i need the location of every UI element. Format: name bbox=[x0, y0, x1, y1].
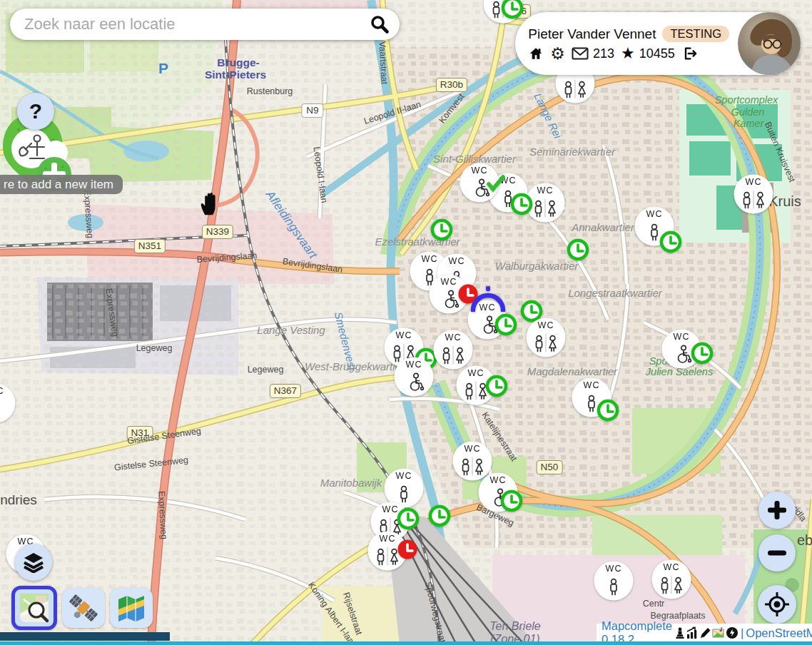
attribution-divider: | bbox=[741, 626, 744, 640]
attribution-icons bbox=[674, 626, 739, 639]
svg-text:WC: WC bbox=[646, 209, 662, 219]
opening-hours-open-badge[interactable] bbox=[499, 489, 524, 513]
opening-hours-open-badge[interactable] bbox=[500, 0, 524, 20]
search-icon[interactable] bbox=[370, 14, 390, 34]
svg-text:WC: WC bbox=[448, 256, 465, 266]
map-canvas[interactable]: Brugge-Sint-PietersPRustenburgVaartstraa… bbox=[0, 0, 812, 645]
map-marker-toilet[interactable]: WC bbox=[0, 382, 16, 424]
minus-icon bbox=[767, 543, 787, 563]
style-osm-button[interactable] bbox=[11, 586, 57, 630]
background-style-picker bbox=[11, 586, 153, 630]
svg-text:WC: WC bbox=[395, 330, 412, 340]
geolocate-button[interactable] bbox=[758, 585, 796, 624]
gear-icon[interactable]: ⚙ bbox=[550, 46, 565, 61]
theme-map-icon[interactable] bbox=[712, 626, 725, 639]
confirmed-check-icon bbox=[484, 173, 506, 194]
map-marker-toilet[interactable]: WC bbox=[525, 317, 567, 358]
svg-text:WC: WC bbox=[663, 562, 679, 572]
satellite-icon bbox=[67, 591, 100, 624]
bottom-accent-bar bbox=[0, 641, 812, 645]
layers-icon bbox=[23, 552, 44, 573]
opening-hours-open-badge[interactable] bbox=[430, 218, 454, 242]
map-marker-toilet-wheelchair[interactable]: WC bbox=[393, 356, 435, 397]
svg-text:WC: WC bbox=[0, 386, 4, 396]
svg-text:WC: WC bbox=[583, 380, 599, 390]
help-button[interactable]: ? bbox=[17, 93, 54, 130]
folded-map-icon bbox=[116, 592, 147, 624]
opening-hours-open-badge[interactable] bbox=[566, 238, 590, 262]
testing-badge: TESTING bbox=[662, 26, 729, 42]
zoom-out-button[interactable] bbox=[758, 534, 796, 572]
svg-text:WC: WC bbox=[489, 475, 506, 485]
svg-text:WC: WC bbox=[445, 332, 461, 342]
opening-hours-open-badge[interactable] bbox=[659, 230, 683, 254]
opening-hours-open-badge[interactable] bbox=[494, 313, 518, 337]
map-marker-toilet[interactable]: WC bbox=[651, 559, 692, 600]
svg-text:WC: WC bbox=[464, 444, 480, 454]
user-name[interactable]: Pieter Vander Vennet bbox=[528, 26, 656, 42]
svg-text:WC: WC bbox=[405, 360, 422, 370]
style-satellite-button[interactable] bbox=[62, 588, 105, 628]
envelope-icon[interactable] bbox=[572, 46, 589, 61]
opening-hours-open-badge[interactable] bbox=[396, 507, 420, 531]
opening-hours-closed-badge[interactable] bbox=[395, 537, 420, 562]
user-panel: Pieter Vander Vennet TESTING ⚙ 213 ★ 104… bbox=[515, 12, 801, 75]
zoom-in-button[interactable] bbox=[758, 492, 796, 529]
star-icon: ★ bbox=[621, 46, 635, 61]
osm-map-icon bbox=[19, 592, 50, 624]
statistics-icon[interactable] bbox=[686, 626, 699, 639]
map-marker-toilet[interactable]: WC bbox=[733, 173, 774, 215]
opening-hours-open-badge[interactable] bbox=[509, 192, 534, 216]
svg-text:WC: WC bbox=[605, 564, 621, 574]
opening-hours-open-badge[interactable] bbox=[690, 341, 714, 365]
stars-count: 10455 bbox=[639, 46, 675, 61]
plus-icon bbox=[767, 500, 787, 520]
logout-icon[interactable] bbox=[681, 46, 698, 61]
search-input[interactable] bbox=[23, 14, 370, 34]
svg-text:WC: WC bbox=[395, 471, 412, 481]
crosshair-icon bbox=[765, 592, 789, 616]
style-carto-map-button[interactable] bbox=[110, 588, 153, 628]
svg-text:WC: WC bbox=[537, 186, 553, 195]
messages-count: 213 bbox=[593, 46, 614, 61]
attribution-bar: Mapcomplete 0.18.2 | OpenStreetMap bbox=[597, 624, 812, 642]
layers-button[interactable] bbox=[15, 544, 52, 581]
svg-text:WC: WC bbox=[379, 534, 395, 544]
statue-icon[interactable] bbox=[674, 626, 686, 639]
edit-pencil-icon[interactable] bbox=[699, 626, 711, 639]
hand-cursor-icon bbox=[198, 190, 222, 217]
avatar[interactable] bbox=[738, 12, 801, 75]
add-item-tooltip: re to add a new item bbox=[0, 175, 123, 194]
search-bar[interactable] bbox=[10, 9, 400, 40]
home-icon[interactable] bbox=[528, 46, 544, 61]
svg-text:WC: WC bbox=[537, 320, 554, 330]
svg-text:WC: WC bbox=[467, 368, 484, 378]
selected-marker-arc bbox=[468, 286, 508, 312]
map-marker-toilet[interactable]: WC bbox=[593, 560, 634, 601]
svg-text:WC: WC bbox=[745, 177, 761, 187]
opening-hours-open-badge[interactable] bbox=[596, 398, 620, 422]
opening-hours-open-badge[interactable] bbox=[427, 504, 452, 528]
svg-text:WC: WC bbox=[673, 332, 689, 342]
opening-hours-open-badge[interactable] bbox=[484, 374, 509, 398]
social-icon[interactable] bbox=[726, 626, 739, 639]
help-label: ? bbox=[29, 99, 42, 123]
svg-text:WC: WC bbox=[440, 277, 457, 287]
openstreetmap-link[interactable]: OpenStreetMap bbox=[746, 626, 812, 640]
